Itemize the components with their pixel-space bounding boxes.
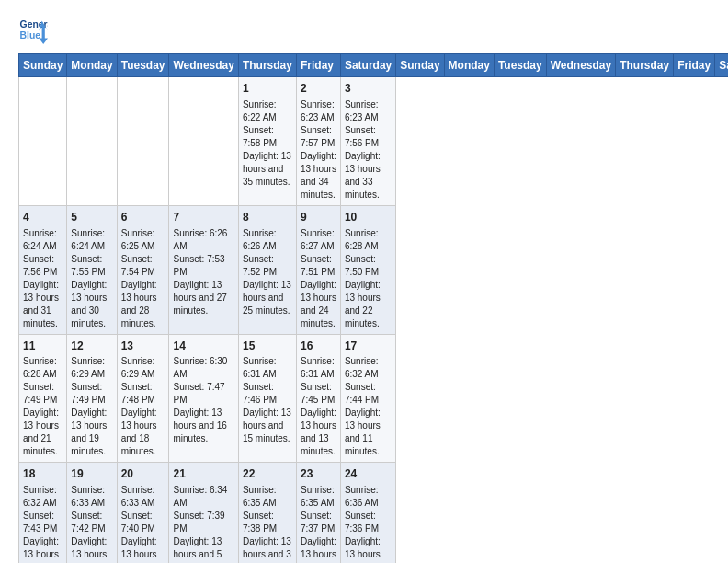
calendar-cell: 21Sunrise: 6:34 AMSunset: 7:39 PMDayligh…	[169, 463, 238, 563]
day-number: 19	[71, 466, 112, 482]
day-header-monday: Monday	[67, 54, 117, 77]
day-header-wednesday: Wednesday	[546, 54, 615, 77]
cell-content-line: Sunrise: 6:33 AM	[121, 484, 165, 510]
cell-content-line: Sunrise: 6:34 AM	[173, 484, 233, 510]
day-number: 10	[345, 210, 392, 225]
day-number: 8	[243, 210, 292, 225]
day-number: 12	[71, 339, 112, 354]
calendar-cell: 2Sunrise: 6:23 AMSunset: 7:57 PMDaylight…	[296, 77, 340, 206]
calendar-cell: 1Sunrise: 6:22 AMSunset: 7:58 PMDaylight…	[238, 77, 296, 206]
cell-content-line: Sunrise: 6:22 AM	[243, 98, 292, 124]
cell-content-line: Daylight: 13 hours and 10 minutes.	[23, 535, 63, 563]
day-number: 9	[301, 210, 336, 225]
cell-content-line: Sunrise: 6:23 AM	[345, 98, 392, 124]
day-number: 4	[23, 210, 63, 225]
cell-content-line: Daylight: 13 hours and 5 minutes.	[173, 535, 233, 563]
cell-content-line: Sunset: 7:40 PM	[121, 510, 165, 535]
cell-content-line: Daylight: 13 hours and 25 minutes.	[243, 279, 292, 317]
calendar-cell: 4Sunrise: 6:24 AMSunset: 7:56 PMDaylight…	[19, 205, 67, 334]
calendar-cell: 18Sunrise: 6:32 AMSunset: 7:43 PMDayligh…	[19, 463, 67, 563]
cell-content-line: Sunset: 7:54 PM	[121, 253, 165, 279]
cell-content-line: Sunset: 7:49 PM	[23, 381, 63, 407]
calendar-cell: 7Sunrise: 6:26 AMSunset: 7:53 PMDaylight…	[169, 205, 238, 334]
calendar-cell: 9Sunrise: 6:27 AMSunset: 7:51 PMDaylight…	[296, 205, 340, 334]
cell-content-line: Sunrise: 6:30 AM	[173, 355, 233, 381]
day-header-sunday: Sunday	[396, 54, 444, 77]
cell-content-line: Sunrise: 6:27 AM	[301, 227, 336, 253]
day-number: 20	[121, 466, 165, 482]
cell-content-line: Daylight: 13 hours and 0 minutes.	[345, 535, 392, 563]
cell-content-line: Daylight: 13 hours and 30 minutes.	[71, 279, 112, 330]
day-number: 14	[173, 339, 233, 354]
cell-content-line: Daylight: 13 hours and 6 minutes.	[121, 535, 165, 563]
calendar-cell: 23Sunrise: 6:35 AMSunset: 7:37 PMDayligh…	[296, 463, 340, 563]
cell-content-line: Sunrise: 6:35 AM	[243, 484, 292, 510]
day-header-friday: Friday	[674, 54, 715, 77]
day-number: 22	[243, 466, 292, 482]
calendar-week-row: 1Sunrise: 6:22 AMSunset: 7:58 PMDaylight…	[19, 77, 729, 206]
cell-content-line: Daylight: 13 hours and 22 minutes.	[345, 279, 392, 330]
cell-content-line: Sunrise: 6:25 AM	[121, 227, 165, 253]
cell-content-line: Sunrise: 6:32 AM	[23, 484, 63, 510]
cell-content-line: Sunset: 7:51 PM	[301, 253, 336, 279]
cell-content-line: Sunset: 7:38 PM	[243, 510, 292, 535]
cell-content-line: Daylight: 13 hours and 21 minutes.	[23, 407, 63, 458]
calendar-cell: 10Sunrise: 6:28 AMSunset: 7:50 PMDayligh…	[340, 205, 395, 334]
day-number: 21	[173, 466, 233, 482]
cell-content-line: Sunset: 7:56 PM	[23, 253, 63, 279]
day-number: 17	[345, 339, 392, 354]
cell-content-line: Daylight: 13 hours and 13 minutes.	[301, 407, 336, 458]
cell-content-line: Daylight: 13 hours and 15 minutes.	[243, 407, 292, 445]
cell-content-line: Daylight: 13 hours and 27 minutes.	[173, 279, 233, 317]
calendar-table: SundayMondayTuesdayWednesdayThursdayFrid…	[18, 53, 728, 563]
day-header-saturday: Saturday	[340, 54, 395, 77]
calendar-cell: 14Sunrise: 6:30 AMSunset: 7:47 PMDayligh…	[169, 334, 238, 463]
calendar-cell	[117, 77, 169, 206]
cell-content-line: Sunset: 7:39 PM	[173, 510, 233, 535]
cell-content-line: Daylight: 13 hours and 1 minute.	[301, 535, 336, 563]
calendar-cell	[67, 77, 117, 206]
day-number: 6	[121, 210, 165, 225]
cell-content-line: Sunrise: 6:31 AM	[301, 355, 336, 381]
cell-content-line: Sunrise: 6:23 AM	[301, 98, 336, 124]
day-number: 18	[23, 466, 63, 482]
cell-content-line: Sunrise: 6:33 AM	[71, 484, 112, 510]
day-number: 23	[301, 466, 336, 482]
cell-content-line: Sunset: 7:56 PM	[345, 124, 392, 150]
calendar-cell: 13Sunrise: 6:29 AMSunset: 7:48 PMDayligh…	[117, 334, 169, 463]
logo: General Blue	[18, 15, 48, 44]
cell-content-line: Sunset: 7:49 PM	[71, 381, 112, 407]
calendar-cell: 11Sunrise: 6:28 AMSunset: 7:49 PMDayligh…	[19, 334, 67, 463]
calendar-cell	[169, 77, 238, 206]
calendar-week-row: 18Sunrise: 6:32 AMSunset: 7:43 PMDayligh…	[19, 463, 729, 563]
cell-content-line: Sunrise: 6:26 AM	[173, 227, 233, 253]
calendar-header-row: SundayMondayTuesdayWednesdayThursdayFrid…	[19, 54, 729, 77]
calendar-cell: 8Sunrise: 6:26 AMSunset: 7:52 PMDaylight…	[238, 205, 296, 334]
calendar-cell: 19Sunrise: 6:33 AMSunset: 7:42 PMDayligh…	[67, 463, 117, 563]
cell-content-line: Sunrise: 6:26 AM	[243, 227, 292, 253]
calendar-cell: 15Sunrise: 6:31 AMSunset: 7:46 PMDayligh…	[238, 334, 296, 463]
cell-content-line: Daylight: 13 hours and 33 minutes.	[345, 150, 392, 201]
day-header-sunday: Sunday	[19, 54, 67, 77]
cell-content-line: Daylight: 13 hours and 31 minutes.	[23, 279, 63, 330]
cell-content-line: Sunset: 7:42 PM	[71, 510, 112, 535]
day-number: 13	[121, 339, 165, 354]
day-header-tuesday: Tuesday	[494, 54, 546, 77]
cell-content-line: Sunrise: 6:32 AM	[345, 355, 392, 381]
day-number: 15	[243, 339, 292, 354]
calendar-cell: 17Sunrise: 6:32 AMSunset: 7:44 PMDayligh…	[340, 334, 395, 463]
cell-content-line: Sunset: 7:46 PM	[243, 381, 292, 407]
day-header-friday: Friday	[296, 54, 340, 77]
calendar-week-row: 4Sunrise: 6:24 AMSunset: 7:56 PMDaylight…	[19, 205, 729, 334]
day-header-thursday: Thursday	[616, 54, 674, 77]
day-number: 5	[71, 210, 112, 225]
calendar-week-row: 11Sunrise: 6:28 AMSunset: 7:49 PMDayligh…	[19, 334, 729, 463]
cell-content-line: Sunrise: 6:24 AM	[23, 227, 63, 253]
day-number: 3	[345, 81, 392, 97]
cell-content-line: Daylight: 13 hours and 34 minutes.	[301, 150, 336, 201]
cell-content-line: Sunrise: 6:28 AM	[345, 227, 392, 253]
cell-content-line: Sunset: 7:44 PM	[345, 381, 392, 407]
day-number: 11	[23, 339, 63, 354]
cell-content-line: Sunset: 7:45 PM	[301, 381, 336, 407]
day-header-monday: Monday	[444, 54, 494, 77]
